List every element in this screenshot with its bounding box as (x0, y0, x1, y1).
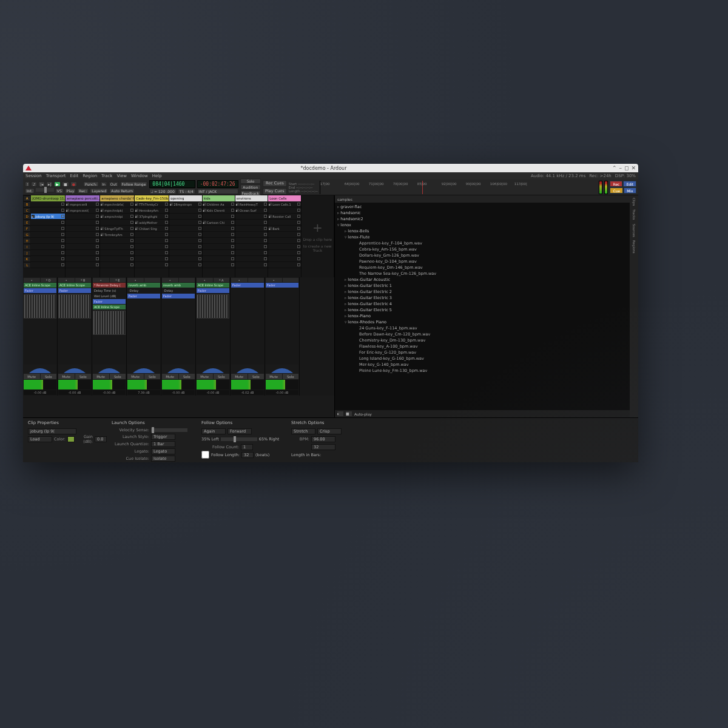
play-button[interactable]: ▶ (54, 181, 61, 187)
tab-tracks[interactable]: Tracks (632, 209, 636, 220)
clip-slot[interactable] (169, 238, 201, 244)
preview-play-button[interactable]: ▸ (337, 411, 343, 416)
track-header[interactable]: amapiano chordz/ fx (100, 195, 134, 201)
clip-slot[interactable]: mpnprcssnl( (66, 207, 99, 214)
output-io[interactable]: * A (214, 278, 230, 282)
plugin-slot[interactable]: reverb amb (127, 283, 160, 288)
output-io[interactable]: * E (110, 278, 126, 282)
solo-button[interactable]: Solo (144, 374, 161, 379)
clip-slot[interactable] (268, 238, 300, 244)
clip-slot[interactable]: Kids Cheerii (203, 207, 235, 214)
plugin-slot[interactable]: -Delay (127, 288, 160, 293)
solo-button[interactable]: Solo (75, 374, 92, 379)
input-io[interactable]: • (24, 278, 40, 282)
fader-db[interactable]: 7.39 dB (127, 390, 160, 395)
panner[interactable] (162, 365, 195, 373)
punch-in[interactable]: In (100, 181, 107, 187)
auto-return[interactable]: Auto Return (109, 188, 135, 194)
browser-folder[interactable]: lenox-Guitar Electric 2 (337, 289, 627, 295)
clip-slot[interactable] (169, 214, 201, 220)
menu-track[interactable]: Track (101, 174, 112, 178)
clip-slot[interactable] (235, 256, 268, 262)
clip-slot[interactable] (135, 238, 169, 244)
browser-file[interactable]: Mer-key_G-140_bpm.wav (337, 362, 627, 368)
browser-file[interactable]: Dollars-key_Gm-126_bpm.wav (337, 252, 627, 258)
fader-db[interactable]: -0.00 dB (197, 390, 229, 395)
cue-F[interactable]: F (23, 226, 31, 232)
solo-button[interactable]: Solo (248, 374, 265, 379)
clip-slot[interactable]: 28mystrspn (169, 201, 201, 207)
track-header[interactable]: kids (203, 195, 235, 201)
stretch-toggle[interactable]: Stretch (291, 428, 315, 434)
plugin-slot[interactable]: reverb amb (162, 283, 195, 288)
clip-slot[interactable] (135, 250, 169, 256)
clip-gain-field[interactable]: 0.0 (95, 436, 107, 442)
clip-slot[interactable] (66, 262, 99, 268)
output-io[interactable] (248, 278, 265, 282)
mute-button[interactable]: Mute (93, 374, 109, 379)
autoplay-toggle[interactable]: Auto-play (354, 412, 372, 416)
mute-button[interactable]: Mute (24, 374, 40, 379)
cue-isolate-select[interactable]: Isolate (151, 456, 175, 462)
mode-cue[interactable]: Cue (610, 187, 623, 194)
clip-slot[interactable] (203, 262, 235, 268)
clip-slot[interactable] (66, 256, 99, 262)
plugin-slot[interactable]: Fader (231, 283, 264, 288)
crisp-select[interactable]: Crisp (317, 428, 342, 434)
timesig-display[interactable]: TS : 4/4 (178, 189, 195, 194)
cue-D[interactable]: D (23, 214, 31, 220)
clip-slot[interactable]: HeroskeyAm (135, 207, 169, 214)
cue-A[interactable]: A (23, 195, 31, 201)
clip-slot[interactable] (135, 244, 169, 250)
browser-file[interactable]: Cobra-key_Am-156_bpm.wav (337, 246, 627, 252)
cue-C[interactable]: C (23, 207, 31, 214)
clip-slot[interactable] (268, 250, 300, 256)
clock-bbt[interactable]: 084|04|1460 (149, 180, 195, 188)
plugin-slot[interactable]: Fader (127, 294, 160, 298)
play-cues-button[interactable]: Play Cues (263, 188, 287, 195)
browser-folder[interactable]: handsonic2 (337, 216, 627, 222)
rec-button[interactable]: ● (70, 181, 77, 187)
clip-slot[interactable]: Rooster Call (268, 214, 300, 220)
clip-slot[interactable] (268, 256, 300, 262)
clip-name-field[interactable]: joburg (lp 9( (28, 428, 76, 434)
plugin-slot[interactable]: Fader (197, 288, 229, 293)
clock-timecode[interactable]: -00:02:47:26 (197, 180, 238, 188)
plugin-slot[interactable]: Delay Time (s) (93, 288, 126, 293)
clip-slot[interactable]: mpnprcsn9 (66, 201, 99, 207)
preview-stop-button[interactable]: ■ (346, 411, 352, 416)
browser-file[interactable]: Pawnee-key_D-104_bpm.wav (337, 258, 627, 265)
input-io[interactable]: • (127, 278, 144, 282)
plugin-slot[interactable]: * Reverse Delay ( (93, 283, 126, 288)
clip-slot[interactable] (31, 262, 65, 268)
cue-K[interactable]: K (23, 256, 31, 262)
plugin-slot[interactable]: -Delay (162, 288, 195, 293)
solo-alert[interactable]: Solo (240, 178, 261, 184)
clip-slot[interactable] (203, 214, 235, 220)
menu-window[interactable]: Window (131, 174, 148, 178)
mode-rec[interactable]: Rec (610, 181, 622, 187)
clip-slot[interactable] (169, 232, 201, 238)
mute-button[interactable]: Mute (58, 374, 75, 379)
rec-mode[interactable]: Layered (90, 188, 108, 194)
cue-I[interactable]: I (23, 244, 31, 250)
clip-slot[interactable]: joburg (lp 9( (31, 214, 65, 220)
minimize-button[interactable]: – (619, 165, 622, 171)
clip-slot[interactable] (203, 244, 235, 250)
clip-slot[interactable]: TerrekeyAm (100, 232, 134, 238)
load-button[interactable]: Load (28, 436, 52, 442)
clip-slot[interactable] (31, 226, 65, 232)
sync-int[interactable]: Int. (25, 188, 35, 194)
clip-slot[interactable]: RainHeavyT (235, 201, 268, 207)
browser-file[interactable]: The Narrow Sea-key_Cm-126_bpm.wav (337, 271, 627, 277)
stretch-bpm-field[interactable]: 96.00 (311, 436, 335, 442)
clip-slot[interactable] (66, 244, 99, 250)
velocity-slider[interactable] (151, 428, 187, 432)
browser-file[interactable]: Apprentice-key_F-104_bpm.wav (337, 240, 627, 246)
follow-prob-slider[interactable] (221, 437, 257, 441)
mode-edit[interactable]: Edit (623, 181, 636, 187)
clip-slot[interactable] (31, 232, 65, 238)
follow-forward[interactable]: Forward (228, 428, 252, 434)
cue-H[interactable]: H (23, 238, 31, 244)
browser-file[interactable]: Pleine Lune-key_Fm-130_bpm.wav (337, 368, 627, 374)
